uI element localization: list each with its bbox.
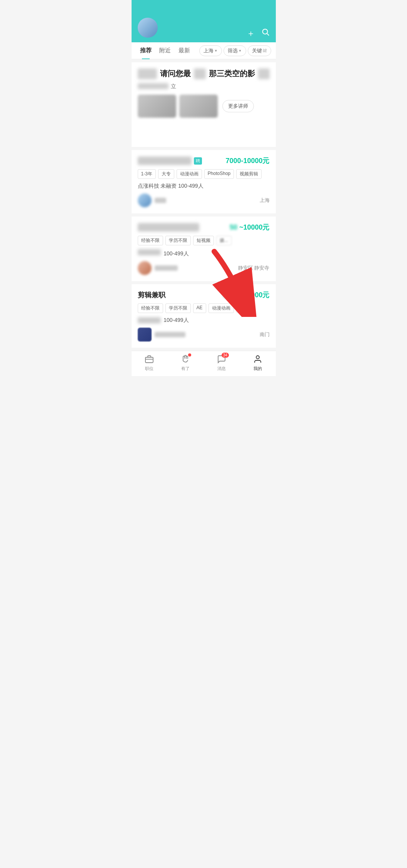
tag-parttime: 兼职: [236, 303, 252, 313]
tag-exp-3: 经验不限: [138, 303, 163, 313]
dot-badge-found: [188, 353, 191, 357]
tab-latest[interactable]: 最新: [175, 42, 194, 59]
company-avatar-2: [138, 261, 152, 275]
company-size-2: 100-499人: [162, 250, 188, 257]
avatar[interactable]: [138, 18, 158, 38]
add-icon[interactable]: ＋: [247, 28, 255, 39]
salary-visible-3: 000-10000元: [229, 291, 269, 299]
svg-point-5: [256, 356, 259, 359]
job-company-1: 点涨科技 未融资 100-499人: [138, 183, 270, 190]
job-card-3-wrapper: 剪辑兼职 6 000-10000元 经验不限 学历不限 AE 动漫动画 兼职 1…: [132, 284, 276, 348]
nav-label-messages: 消息: [217, 366, 226, 372]
search-icon[interactable]: [261, 28, 270, 39]
message-badge: 34: [222, 353, 229, 358]
company-name-blurred-3: [138, 317, 161, 323]
job-title-3: 剪辑兼职: [138, 290, 165, 300]
job-card-2-header: 50 ~10000元: [138, 223, 270, 232]
job-footer-3: 南门: [138, 328, 270, 342]
svg-line-1: [267, 33, 269, 35]
more-teacher-container: 更多讲师: [222, 95, 254, 118]
filter-keyword[interactable]: 关键 鍵: [248, 45, 271, 56]
nav-label-jobs: 职位: [145, 366, 153, 372]
job-title-area-2: [138, 223, 199, 232]
company-size-3: 100-499人: [162, 317, 188, 323]
filter-city[interactable]: 上海 ▼: [199, 45, 222, 56]
avatar-row-2: [138, 261, 178, 275]
tab-recommended[interactable]: 推荐: [136, 42, 155, 59]
job-tags-2: 经验不限 学历不限 短视频 摄...: [138, 236, 270, 245]
more-teacher-button[interactable]: 更多讲师: [222, 100, 254, 112]
job-card-1-header: 聘 7000-10000元: [138, 156, 270, 165]
tag-edu-3: 学历不限: [165, 303, 191, 313]
job-location-3: 南门: [260, 331, 270, 338]
tag-animation: 动漫动画: [177, 169, 202, 179]
blurred-title-2: [194, 68, 206, 79]
tag-experience: 1-3年: [138, 169, 156, 179]
tag-photography: 摄...: [216, 236, 232, 245]
chat-icon: 34: [217, 354, 227, 364]
job-location-1: 上海: [260, 197, 270, 204]
company-avatar-3: [138, 328, 152, 342]
job-footer-1: 上海: [138, 193, 270, 207]
job-salary-1: 7000-10000元: [225, 156, 269, 165]
avatar-info-blurred-2: [155, 265, 178, 271]
avatar-info-blurred-3: [155, 332, 185, 337]
job-card-3[interactable]: 剪辑兼职 6 000-10000元 经验不限 学历不限 AE 动漫动画 兼职 1…: [132, 284, 276, 348]
tag-video-editing: 视频剪辑: [236, 169, 262, 179]
job-card-2[interactable]: 50 ~10000元 经验不限 学历不限 短视频 摄... 100-499人 静…: [132, 217, 276, 281]
banner-title: 请问您最: [160, 68, 191, 79]
salary-blurred-3: 6: [224, 291, 227, 299]
blurred-title-1: [138, 68, 157, 79]
job-location-2: 静安区 静安寺: [238, 265, 270, 272]
briefcase-icon: [144, 354, 154, 364]
job-salary-2: 50 ~10000元: [230, 223, 270, 232]
banner-images: 更多讲师: [138, 95, 270, 118]
salary-blurred-part: 50: [230, 223, 237, 232]
job-salary-3: 6 000-10000元: [224, 290, 269, 300]
nav-label-found: 有了: [181, 366, 190, 372]
job-footer-2: 静安区 静安寺: [138, 261, 270, 275]
banner-img-1[interactable]: [138, 95, 176, 118]
banner-text: 立: [171, 83, 176, 90]
banner-img-2[interactable]: [179, 95, 218, 118]
job-tags-3: 经验不限 学历不限 AE 动漫动画 兼职: [138, 303, 270, 313]
header: ＋: [132, 0, 276, 42]
company-avatar-1: [138, 193, 152, 207]
blurred-title-3: [258, 68, 270, 79]
tag-photoshop: PhotoShop: [204, 169, 234, 179]
avatar-name-blurred-1: [155, 198, 166, 203]
nav-item-found[interactable]: 有了: [174, 354, 197, 372]
tag-exp-unlimited: 经验不限: [138, 236, 163, 245]
tag-animation-3: 动漫动画: [209, 303, 234, 313]
chevron-down-icon: ▼: [239, 49, 242, 53]
tag-ae: AE: [193, 303, 206, 313]
nav-tabs: 推荐 附近 最新 上海 ▼ 筛选 ▼ 关键 鍵: [132, 42, 276, 59]
tag-edu-unlimited: 学历不限: [165, 236, 191, 245]
banner-section: 请问您最 那三类空的影 立 更多讲师: [132, 62, 276, 147]
chevron-down-icon: ▼: [214, 49, 218, 53]
tag-short-video: 短视频: [193, 236, 214, 245]
nav-item-messages[interactable]: 34 消息: [210, 354, 233, 372]
banner-title-row: 请问您最 那三类空的影: [138, 68, 270, 79]
filter-options[interactable]: 筛选 ▼: [224, 45, 246, 56]
tag-education: 大专: [158, 169, 174, 179]
nav-item-profile[interactable]: 我的: [246, 354, 269, 372]
job-title-area-1: 聘: [138, 157, 202, 165]
pin-badge-1: 聘: [194, 157, 202, 165]
job-company-2: 100-499人: [138, 249, 270, 257]
person-icon: [253, 354, 263, 364]
banner-subtitle: 那三类空的影: [209, 68, 255, 79]
avatar-row-1: [138, 193, 166, 207]
job-title-blurred-1: [138, 157, 192, 165]
blurred-sub-1: [138, 83, 168, 89]
nav-label-profile: 我的: [254, 366, 262, 372]
job-card-1[interactable]: 聘 7000-10000元 1-3年 大专 动漫动画 PhotoShop 视频剪…: [132, 150, 276, 213]
company-name-blurred-2: [138, 249, 161, 255]
hand-icon: [180, 354, 190, 364]
job-card-3-header: 剪辑兼职 6 000-10000元: [138, 290, 270, 300]
bottom-navigation: 职位 有了 34 消息: [132, 351, 276, 376]
job-title-blurred-2: [138, 223, 199, 232]
nav-item-jobs[interactable]: 职位: [138, 354, 161, 372]
svg-rect-3: [145, 357, 153, 363]
tab-nearby[interactable]: 附近: [155, 42, 175, 59]
